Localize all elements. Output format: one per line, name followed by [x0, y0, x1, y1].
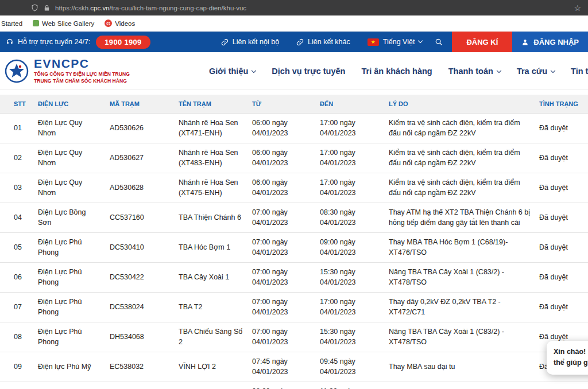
table-cell: 17:00 ngày 04/01/2023	[315, 143, 384, 173]
table-cell: Điện Lực Quy Nhơn	[33, 114, 105, 143]
login-button[interactable]: ĐĂNG NHẬP	[512, 32, 588, 52]
table-cell: 07:00 ngày 04/01/2023	[247, 263, 315, 293]
table-cell: Điện Lực Phú Phong	[33, 263, 105, 293]
table-cell: 09	[0, 352, 33, 382]
table-cell: EC538032	[105, 352, 174, 382]
nav-item[interactable]: Dịch vụ trực tuyến	[264, 67, 353, 76]
table-cell: 06	[0, 263, 33, 293]
table-row: 10Điện Lực Phú TàiFH538206Đông Á 308:00 …	[0, 382, 588, 389]
table-cell: Thay MBA sau đại tu	[384, 352, 535, 382]
nav-item-label: Tri ân khách hàng	[361, 67, 432, 76]
chevron-down-icon	[418, 38, 423, 43]
user-icon	[521, 38, 529, 46]
main-nav: Giới thiệuDịch vụ trực tuyếnTri ân khách…	[201, 67, 588, 76]
table-cell: TBA Hóc Bợm 1	[174, 233, 247, 263]
table-cell: 08:00 ngày 04/01/2023	[247, 382, 315, 389]
table-cell: VĨNH LỢI 2	[174, 352, 247, 382]
column-header: TÊN TRẠM	[174, 95, 247, 114]
table-row: 07Điện Lực Phú PhongDC538024TBA T207:00 …	[0, 293, 588, 322]
table-cell: 07:45 ngày 04/01/2023	[247, 352, 315, 382]
table-cell: Thay ATM hạ thế XT2 TBA Thiện Chánh 6 bị…	[384, 203, 535, 233]
chat-greeting-line2: thể giúp gì	[554, 357, 588, 368]
url-domain: cpc.vn	[90, 5, 109, 11]
bookmark-item[interactable]: Started	[1, 20, 22, 27]
evn-star-icon	[5, 59, 29, 83]
site-header: EVNCPC TỔNG CÔNG TY ĐIỆN LỰC MIỀN TRUNG …	[0, 52, 588, 90]
table-row: 06Điện Lực Phú PhongDC530422TBA Cây Xoài…	[0, 263, 588, 293]
table-cell: Nhánh rẽ Hoa Sen (XT483-ENH)	[174, 143, 247, 173]
shield-icon[interactable]	[31, 4, 38, 11]
other-links-button[interactable]: Liên kết khác	[296, 38, 350, 46]
table-cell: 05	[0, 233, 33, 263]
table-row: 01Điện Lực Quy NhơnAD530626Nhánh rẽ Hoa …	[0, 114, 588, 143]
table-cell: TBA Thiện Chánh 6	[174, 203, 247, 233]
table-cell: Kiểm tra vệ sinh cách điện, kiểm tra điể…	[384, 114, 535, 143]
search-button[interactable]	[435, 38, 443, 46]
chevron-down-icon	[551, 68, 555, 72]
table-cell: Điện Lực Phú Tài	[33, 382, 105, 389]
internal-links-button[interactable]: Liên kết nội bộ	[221, 38, 279, 46]
table-cell: 15:30 ngày 04/01/2023	[315, 263, 384, 293]
chat-greeting-line1: Xin chào!	[554, 347, 588, 357]
nav-item-label: Thanh toán	[448, 67, 493, 76]
bookmarks-list: StartedWeb Slice GalleryGVideos	[1, 20, 135, 27]
table-cell: Đã duyệt	[535, 203, 588, 233]
table-cell: 06:00 ngày 04/01/2023	[247, 143, 315, 173]
table-cell: Kiểm tra vệ sinh cách điện, kiểm tra điể…	[384, 173, 535, 203]
url-bar[interactable]: https://cskh.cpc.vn/tra-cuu/lich-tam-ngu…	[55, 5, 246, 11]
nav-item[interactable]: Tra cứu	[509, 67, 563, 76]
table-row: 05Điện Lực Phú PhongDC530410TBA Hóc Bợm …	[0, 233, 588, 263]
table-cell: 06:00 ngày 04/01/2023	[247, 114, 315, 143]
hotline-button[interactable]: 1900 1909	[96, 36, 150, 49]
evncpc-logo[interactable]: EVNCPC TỔNG CÔNG TY ĐIỆN LỰC MIỀN TRUNG …	[5, 57, 201, 84]
bookmark-label: Videos	[115, 20, 135, 27]
column-header: ĐIỆN LỰC	[33, 95, 105, 114]
other-links-label: Liên kết khác	[308, 38, 350, 46]
table-cell: TBA Cây Xoài 1	[174, 263, 247, 293]
nav-item[interactable]: Giới thiệu	[201, 67, 264, 76]
table-cell: Điện Lực Phú Phong	[33, 293, 105, 322]
table-cell: Đã duyệt	[535, 173, 588, 203]
table-cell: Thay định kỳ HT đo đếm	[384, 382, 535, 389]
table-cell: Đã duyệt	[535, 263, 588, 293]
column-header: LÝ DO	[384, 95, 535, 114]
table-cell: Nhánh rẽ Hoa Sen (XT475-ENH)	[174, 173, 247, 203]
table-cell: 10	[0, 382, 33, 389]
table-cell: 08:30 ngày 04/01/2023	[315, 203, 384, 233]
topbar-right: Liên kết nội bộ Liên kết khác ★ Tiếng Vi…	[221, 32, 588, 52]
logo-text-block: EVNCPC TỔNG CÔNG TY ĐIỆN LỰC MIỀN TRUNG …	[34, 57, 130, 84]
table-cell: AD530627	[105, 143, 174, 173]
table-cell: TBA T2	[174, 293, 247, 322]
table-cell: Thay MBA TBA Hóc Bợm 1 (C68/19)-XT476/TS…	[384, 233, 535, 263]
chat-widget[interactable]: Xin chào! thể giúp gì	[547, 341, 588, 375]
outage-table-head-row: STTĐIỆN LỰCMÃ TRẠMTÊN TRẠMTỪĐẾNLÝ DOTÌNH…	[0, 95, 588, 114]
bookmark-item[interactable]: GVideos	[105, 20, 135, 27]
language-selector[interactable]: ★ Tiếng Việt	[368, 38, 423, 46]
top-utility-bar: Hỗ trợ trực tuyến 24/7: 1900 1909 Liên k…	[0, 32, 588, 52]
login-label: ĐĂNG NHẬP	[533, 38, 579, 46]
lock-icon[interactable]	[44, 5, 50, 11]
table-cell: 08	[0, 322, 33, 352]
support-text: Hỗ trợ trực tuyến 24/7:	[18, 38, 90, 46]
link-icon	[296, 38, 304, 46]
table-cell: 09:45 ngày 04/01/2023	[315, 352, 384, 382]
outage-table: STTĐIỆN LỰCMÃ TRẠMTÊN TRẠMTỪĐẾNLÝ DOTÌNH…	[0, 95, 588, 389]
nav-item[interactable]: Tin tức	[563, 67, 588, 76]
table-cell: 07:00 ngày 04/01/2023	[247, 233, 315, 263]
table-cell: 07:00 ngày 04/01/2023	[247, 203, 315, 233]
table-cell: Đã duyệt	[535, 382, 588, 389]
column-header: TÌNH TRẠNG	[535, 95, 588, 114]
register-button[interactable]: ĐĂNG KÍ	[452, 32, 512, 52]
table-cell: Điện Lực Quy Nhơn	[33, 173, 105, 203]
web-slice-icon	[33, 20, 39, 26]
bookmark-star-icon[interactable]: ☆	[574, 4, 581, 12]
nav-item[interactable]: Thanh toán	[440, 67, 509, 76]
bookmark-label: Started	[1, 20, 22, 27]
table-cell: Đông Á 3	[174, 382, 247, 389]
table-cell: TBA Chiếu Sáng Số 2	[174, 322, 247, 352]
bookmark-item[interactable]: Web Slice Gallery	[33, 20, 94, 27]
nav-item[interactable]: Tri ân khách hàng	[353, 67, 440, 76]
table-cell: 17:00 ngày 04/01/2023	[315, 293, 384, 322]
table-cell: 06:00 ngày 04/01/2023	[247, 173, 315, 203]
table-cell: 03	[0, 173, 33, 203]
